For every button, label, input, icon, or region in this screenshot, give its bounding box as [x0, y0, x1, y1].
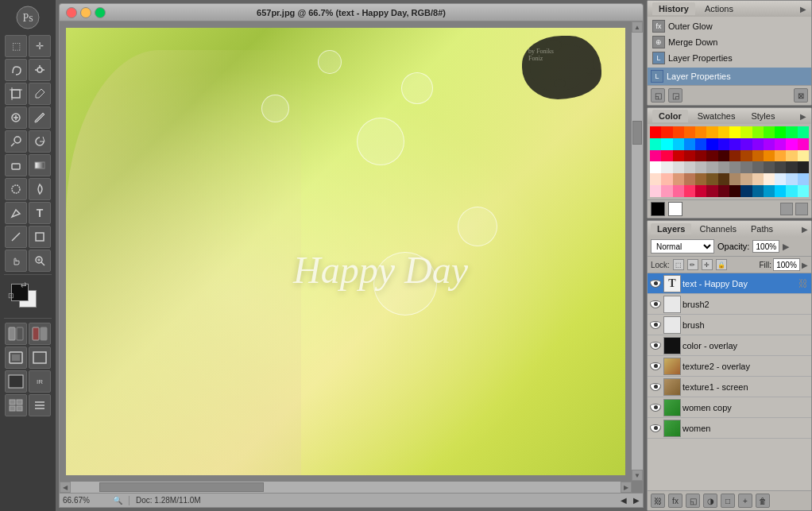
color-swatch-cell[interactable] [650, 173, 661, 185]
color-swatch-cell[interactable] [650, 185, 661, 197]
color-swatch-cell[interactable] [786, 150, 797, 162]
history-item-outer-glow[interactable]: fx Outer Glow [649, 18, 810, 34]
layer-row-texture1-screen[interactable]: texture1 - screen [648, 377, 811, 397]
lock-image-pixels[interactable]: ✏ [687, 259, 698, 270]
color-swatch-cell[interactable] [786, 138, 797, 150]
layer-row-women[interactable]: women [648, 418, 811, 439]
color-swatch-cell[interactable] [798, 138, 809, 150]
color-swatch-cell[interactable] [752, 185, 764, 197]
color-swatch-cell[interactable] [695, 185, 706, 197]
color-swatch-cell[interactable] [764, 138, 775, 150]
layer-visibility-brush2[interactable] [649, 298, 662, 311]
marquee-tool[interactable]: ⬚ [5, 35, 27, 57]
layer-row-texture2-overlay[interactable]: texture2 - overlay [648, 356, 811, 377]
color-swatch-cell[interactable] [740, 161, 752, 173]
color-swatch-cell[interactable] [673, 126, 684, 138]
lock-all[interactable]: 🔒 [716, 259, 727, 270]
nav-arrow-left[interactable]: ◀ [621, 496, 627, 505]
color-swatch-cell[interactable] [740, 126, 752, 138]
color-swatch-cell[interactable] [764, 150, 775, 162]
color-swatch-cell[interactable] [661, 161, 672, 173]
color-swatch-cell[interactable] [752, 150, 764, 162]
healing-tool[interactable] [5, 106, 27, 129]
color-swatch-cell[interactable] [764, 126, 775, 138]
color-swatch-cell[interactable] [684, 173, 695, 185]
dodge-tool[interactable] [29, 178, 51, 200]
layer-visibility-text[interactable] [649, 277, 662, 290]
layer-visibility-women-copy[interactable] [649, 401, 662, 414]
color-swatch-cell[interactable] [786, 161, 797, 173]
color-swatch-cell[interactable] [706, 161, 717, 173]
layer-row-text-happy-day[interactable]: T text - Happy Day ⛓ [648, 273, 811, 294]
magic-wand-tool[interactable] [29, 59, 51, 81]
maximize-button[interactable] [95, 7, 106, 18]
color-swatch-cell[interactable] [775, 150, 786, 162]
color-swatch-cell[interactable] [798, 173, 809, 185]
move-tool[interactable]: ✛ [29, 35, 51, 57]
layer-visibility-texture2[interactable] [649, 360, 662, 373]
color-swatch-cell[interactable] [695, 173, 706, 185]
foreground-preview[interactable] [651, 202, 665, 216]
color-swatch-cell[interactable] [764, 185, 775, 197]
pen-tool[interactable] [5, 202, 27, 224]
color-swatch-cell[interactable] [775, 173, 786, 185]
color-swatch-cell[interactable] [729, 161, 740, 173]
color-swatch-cell[interactable] [798, 126, 809, 138]
color-swatch-cell[interactable] [752, 138, 764, 150]
history-new-doc-button[interactable]: ◲ [668, 88, 682, 103]
history-panel-expand[interactable]: ▶ [800, 5, 806, 14]
fill-input[interactable] [773, 258, 800, 271]
color-swatch-cell[interactable] [718, 173, 729, 185]
color-swatch-cell[interactable] [729, 185, 740, 197]
color-swatch-cell[interactable] [695, 138, 706, 150]
layers-tab[interactable]: Layers [651, 223, 691, 234]
fill-arrow[interactable]: ▶ [802, 261, 808, 269]
color-swatch-cell[interactable] [718, 161, 729, 173]
history-item-merge-down[interactable]: ⊕ Merge Down [649, 34, 810, 50]
blur-tool[interactable] [5, 178, 27, 200]
layer-delete-button[interactable]: 🗑 [756, 494, 770, 508]
color-swatch-cell[interactable] [684, 138, 695, 150]
color-swatch-cell[interactable] [706, 150, 717, 162]
color-swatch-cell[interactable] [740, 150, 752, 162]
color-swatch-cell[interactable] [740, 138, 752, 150]
screen-mode-full-menu[interactable] [29, 346, 51, 369]
zoom-icon[interactable]: 🔍 [113, 496, 122, 505]
color-swatch-cell[interactable] [729, 173, 740, 185]
clone-stamp-tool[interactable] [5, 130, 27, 153]
history-item-layer-props-1[interactable]: L Layer Properties [649, 50, 810, 66]
color-swatch-cell[interactable] [673, 150, 684, 162]
color-swatch-cell[interactable] [650, 161, 661, 173]
layer-visibility-texture1[interactable] [649, 381, 662, 393]
opacity-arrow[interactable]: ▶ [783, 242, 789, 252]
swatches-tab[interactable]: Swatches [691, 110, 742, 122]
color-swatch-cell[interactable] [798, 150, 809, 162]
color-picker-icon[interactable] [795, 203, 808, 215]
layer-visibility-brush[interactable] [649, 319, 662, 331]
layer-row-brush[interactable]: brush [648, 315, 811, 335]
quick-mask-off[interactable] [5, 323, 27, 345]
jump-to-imageready[interactable]: IR [29, 370, 51, 393]
color-swatch-cell[interactable] [764, 161, 775, 173]
channels-tab[interactable]: Channels [693, 223, 742, 234]
layer-group-button[interactable]: □ [721, 494, 735, 508]
eyedropper-tool[interactable] [29, 83, 51, 105]
color-swatch-cell[interactable] [684, 161, 695, 173]
quick-mask-on[interactable] [29, 323, 51, 345]
opacity-input[interactable] [752, 240, 779, 253]
color-swatch-cell[interactable] [718, 185, 729, 197]
history-snapshot-button[interactable]: ◱ [651, 88, 665, 103]
gradient-tool[interactable] [29, 154, 51, 176]
color-swatch-cell[interactable] [706, 173, 717, 185]
layer-style-button[interactable]: fx [668, 494, 682, 508]
lock-transparent-pixels[interactable]: ⬚ [673, 259, 684, 270]
color-swatch-cell[interactable] [706, 138, 717, 150]
color-swatch-cell[interactable] [673, 173, 684, 185]
color-swatch-cell[interactable] [650, 138, 661, 150]
color-swatch-cell[interactable] [764, 173, 775, 185]
styles-tab[interactable]: Styles [744, 110, 781, 122]
history-item-layer-props-active[interactable]: L Layer Properties [648, 68, 811, 85]
layer-visibility-women[interactable] [649, 422, 662, 435]
color-swatch-cell[interactable] [695, 126, 706, 138]
layer-row-color-overlay[interactable]: color - overlay [648, 335, 811, 356]
